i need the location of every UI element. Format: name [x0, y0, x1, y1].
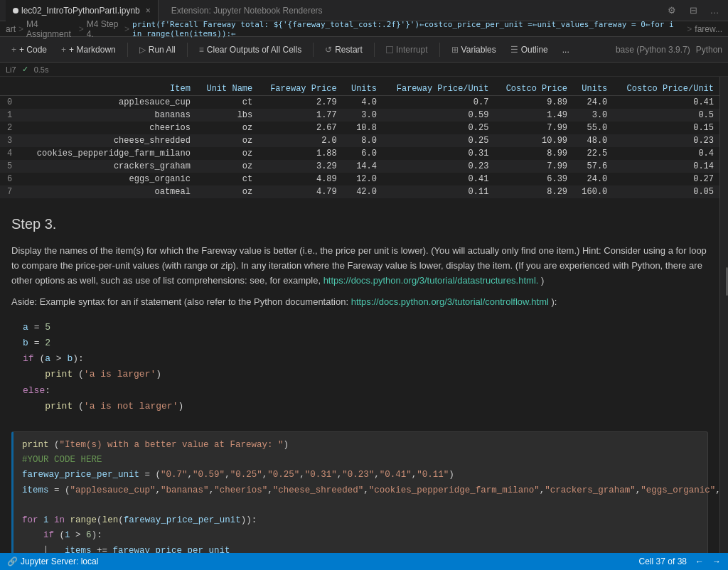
breadcrumb-sep-0: >	[18, 24, 23, 34]
table-header-idx	[0, 82, 18, 96]
interrupt-button[interactable]: Interrupt	[380, 43, 434, 57]
clear-outputs-label: Clear Outputs of All Cells	[207, 45, 301, 55]
extension-label: Extension: Jupyter Notebook Renderers	[171, 6, 323, 16]
tab-filename: lec02_IntroToPythonPartI.ipynb	[21, 6, 140, 16]
restart-icon: ↺	[325, 45, 332, 55]
table-cell-fareway-units: 42.0	[343, 185, 382, 198]
toolbar-right: base (Python 3.9.7) Python	[616, 45, 722, 55]
cell-number: Li7	[6, 65, 16, 74]
code-ex-line-3: print ('a is larger')	[23, 367, 697, 382]
table-cell-fareway-ppu: 0.25	[382, 134, 494, 147]
settings-icon[interactable]: ⚙	[664, 3, 680, 18]
code-ex-line-0: a = 5	[23, 320, 697, 335]
table-cell-costco-units: 57.6	[573, 160, 613, 173]
run-all-button[interactable]: ▷ Run All	[134, 43, 181, 57]
table-header-costco-ppu: Costco Price/Unit	[613, 82, 719, 96]
more-toolbar-button[interactable]: ...	[557, 43, 575, 57]
jupyter-server-status[interactable]: 🔗 Jupyter Server: local	[7, 556, 98, 566]
layout-icon[interactable]: ⊟	[685, 3, 701, 18]
table-cell-item: eggs_organic	[18, 173, 196, 185]
table-header-costco-units: Units	[573, 82, 613, 96]
table-cell-fareway-price: 2.0	[258, 134, 343, 147]
interrupt-icon	[386, 46, 393, 53]
table-cell-fareway-ppu: 0.23	[382, 160, 494, 173]
nav-prev-button[interactable]: ←	[695, 556, 704, 566]
toolbar-separator-4	[374, 43, 375, 57]
code-ex-line-4: else:	[23, 383, 697, 399]
table-cell-unit-name: oz	[196, 185, 258, 198]
clear-outputs-button[interactable]: ≡ Clear Outputs of All Cells	[193, 43, 307, 57]
variables-button[interactable]: ⊞ Variables	[446, 43, 502, 57]
code-line-7: │ items += fareway_price_per_unit	[22, 544, 699, 554]
dataframe-table: Item Unit Name Fareway Price Units Farew…	[0, 82, 719, 198]
table-cell-costco-ppu: 0.23	[613, 134, 719, 147]
step3-link2[interactable]: https://docs.python.org/3/tutorial/contr…	[351, 296, 549, 307]
table-cell-unit-name: ct	[196, 173, 258, 185]
code-line-4	[22, 498, 699, 513]
tab-close-icon[interactable]: ×	[146, 6, 151, 16]
table-cell-idx: 2	[0, 122, 18, 134]
table-cell-idx: 4	[0, 147, 18, 160]
table-cell-costco-price: 7.99	[494, 160, 573, 173]
step3-para1: Display the names of the item(s) for whi…	[11, 244, 708, 288]
table-cell-unit-name: lbs	[196, 109, 258, 122]
outline-icon: ☰	[510, 45, 518, 55]
table-cell-unit-name: ct	[196, 96, 258, 109]
file-tab[interactable]: lec02_IntroToPythonPartI.ipynb ×	[6, 0, 159, 21]
step3-link1[interactable]: https://docs.python.org/3/tutorial/datas…	[323, 275, 539, 286]
arrow-right-icon: →	[712, 556, 721, 566]
env-label[interactable]: base (Python 3.9.7)	[616, 45, 690, 55]
table-cell-fareway-units: 14.4	[343, 160, 382, 173]
code-ex-line-5: print ('a is not larger')	[23, 399, 697, 414]
step3-para2: Aside: Example syntax for an if statemen…	[11, 295, 708, 310]
restart-button[interactable]: ↺ Restart	[319, 43, 368, 57]
table-cell-costco-price: 9.89	[494, 96, 573, 109]
table-cell-idx: 1	[0, 109, 18, 122]
code-line-1: #YOUR CODE HERE	[22, 453, 699, 468]
tab-dot	[13, 8, 18, 14]
nav-next-button[interactable]: →	[712, 556, 721, 566]
table-row: 6 eggs_organic ct 4.89 12.0 0.41 6.39 24…	[0, 173, 719, 185]
step3-heading: Step 3.	[11, 213, 708, 235]
main-content: Item Unit Name Fareway Price Units Farew…	[0, 77, 728, 553]
table-cell-fareway-ppu: 0.11	[382, 185, 494, 198]
variables-label: Variables	[461, 45, 496, 55]
breadcrumb-item-0[interactable]: art	[6, 24, 16, 34]
table-cell-fareway-ppu: 0.7	[382, 96, 494, 109]
table-cell-idx: 3	[0, 134, 18, 147]
breadcrumb-item-1[interactable]: M4 Assignment	[26, 19, 76, 39]
cell-info-label: Cell 37 of 38	[639, 556, 687, 566]
title-bar: lec02_IntroToPythonPartI.ipynb × Extensi…	[0, 0, 728, 21]
cell-info-status[interactable]: Cell 37 of 38	[639, 556, 687, 566]
toolbar-separator-1	[127, 43, 128, 57]
table-row: 0 applesauce_cup ct 2.79 4.0 0.7 9.89 24…	[0, 96, 719, 109]
table-cell-costco-price: 8.99	[494, 147, 573, 160]
notebook-area[interactable]: Item Unit Name Fareway Price Units Farew…	[0, 77, 719, 553]
code-cell-step3[interactable]: print ("Item(s) with a better value at F…	[11, 431, 708, 553]
code-ex-line-2: if (a > b):	[23, 351, 697, 367]
add-markdown-button[interactable]: + + Markdown	[55, 43, 122, 57]
table-cell-costco-units: 48.0	[573, 134, 613, 147]
table-cell-fareway-ppu: 0.31	[382, 147, 494, 160]
table-cell-costco-price: 8.29	[494, 185, 573, 198]
step3-para2-end: ):	[551, 296, 557, 307]
code-line-2: fareway_price_per_unit = ("0.7","0.59","…	[22, 468, 699, 483]
code-line-5: for i in range(len(fareway_price_per_uni…	[22, 513, 699, 528]
table-row: 2 cheerios oz 2.67 10.8 0.25 7.99 55.0 0…	[0, 122, 719, 134]
table-cell-unit-name: oz	[196, 147, 258, 160]
run-icon: ▷	[139, 45, 146, 55]
breadcrumb-sep-1: >	[79, 24, 84, 34]
table-cell-costco-price: 6.39	[494, 173, 573, 185]
breadcrumb-item-2[interactable]: M4 Step 4.	[87, 19, 122, 39]
more-icon[interactable]: …	[707, 3, 722, 18]
table-cell-unit-name: oz	[196, 160, 258, 173]
outline-button[interactable]: ☰ Outline	[505, 43, 554, 57]
add-code-button[interactable]: + + Code	[6, 43, 53, 57]
breadcrumb-item-4[interactable]: farew...	[695, 24, 722, 34]
table-cell-costco-units: 3.0	[573, 109, 613, 122]
table-row: 1 bananas lbs 1.77 3.0 0.59 1.49 3.0 0.5	[0, 109, 719, 122]
breadcrumb-item-3[interactable]: print(f'Recall Fareway total: ${'{farewa…	[132, 20, 684, 38]
check-icon: ✓	[22, 65, 28, 74]
table-cell-costco-ppu: 0.15	[613, 122, 719, 134]
table-row: 4 cookies_pepperidge_farm_milano oz 1.88…	[0, 147, 719, 160]
